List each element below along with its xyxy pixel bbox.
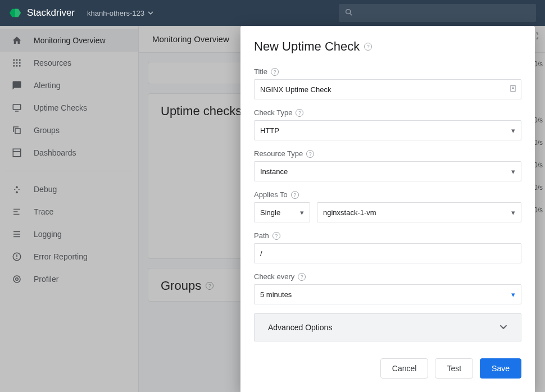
- stackdriver-logo-icon: [9, 7, 21, 19]
- check-every-select[interactable]: 5 minutes ▾: [254, 284, 521, 304]
- help-icon[interactable]: ?: [291, 191, 299, 199]
- applies-to-mode-select[interactable]: Single ▾: [254, 202, 310, 222]
- chevron-down-icon: ▾: [511, 290, 515, 299]
- field-label: Path: [254, 231, 269, 240]
- top-bar: Stackdriver khanh-others-123: [0, 0, 545, 26]
- chevron-down-icon: ▾: [511, 126, 515, 135]
- dialog-title: New Uptime Check: [254, 39, 360, 54]
- chevron-down-icon: ▾: [300, 208, 304, 217]
- applies-to-target-select[interactable]: nginxstack-1-vm ▾: [317, 202, 521, 222]
- field-label: Resource Type: [254, 149, 303, 158]
- select-value: 5 minutes: [260, 290, 292, 299]
- cancel-button[interactable]: Cancel: [380, 358, 429, 379]
- advanced-options-toggle[interactable]: Advanced Options: [254, 313, 521, 341]
- check-type-select[interactable]: HTTP ▾: [254, 120, 521, 140]
- chevron-down-icon: [499, 323, 507, 332]
- svg-point-2: [346, 9, 351, 13]
- help-icon[interactable]: ?: [306, 150, 314, 158]
- project-name: khanh-others-123: [87, 9, 144, 17]
- save-button[interactable]: Save: [480, 358, 521, 379]
- new-uptime-check-dialog: New Uptime Check ? Title? Check Type? HT…: [240, 26, 535, 392]
- help-icon[interactable]: ?: [296, 109, 303, 117]
- help-icon[interactable]: ?: [298, 273, 306, 281]
- field-label: Applies To: [254, 190, 288, 199]
- chevron-down-icon: [148, 9, 153, 17]
- product-brand: Stackdriver: [9, 7, 75, 19]
- form-icon: [509, 85, 517, 94]
- title-input[interactable]: [254, 79, 521, 99]
- svg-marker-1: [15, 9, 21, 17]
- select-value: Instance: [260, 167, 288, 176]
- svg-line-3: [350, 13, 352, 15]
- field-label: Check every: [254, 272, 294, 281]
- select-value: nginxstack-1-vm: [323, 208, 376, 217]
- test-button[interactable]: Test: [435, 358, 473, 379]
- select-value: HTTP: [260, 126, 279, 135]
- chevron-down-icon: ▾: [511, 167, 515, 176]
- select-value: Single: [260, 208, 280, 217]
- project-selector[interactable]: khanh-others-123: [87, 9, 153, 17]
- field-label: Check Type: [254, 108, 292, 117]
- help-icon[interactable]: ?: [271, 68, 279, 76]
- resource-type-select[interactable]: Instance ▾: [254, 161, 521, 181]
- path-input[interactable]: [254, 243, 521, 263]
- help-icon[interactable]: ?: [272, 232, 280, 240]
- search-icon: [344, 8, 353, 19]
- field-label: Title: [254, 67, 267, 76]
- dialog-footer: Cancel Test Save: [240, 356, 535, 392]
- product-name: Stackdriver: [27, 7, 75, 19]
- advanced-label: Advanced Options: [268, 323, 332, 332]
- search-input[interactable]: [339, 4, 536, 22]
- chevron-down-icon: ▾: [511, 208, 515, 217]
- help-icon[interactable]: ?: [364, 43, 372, 51]
